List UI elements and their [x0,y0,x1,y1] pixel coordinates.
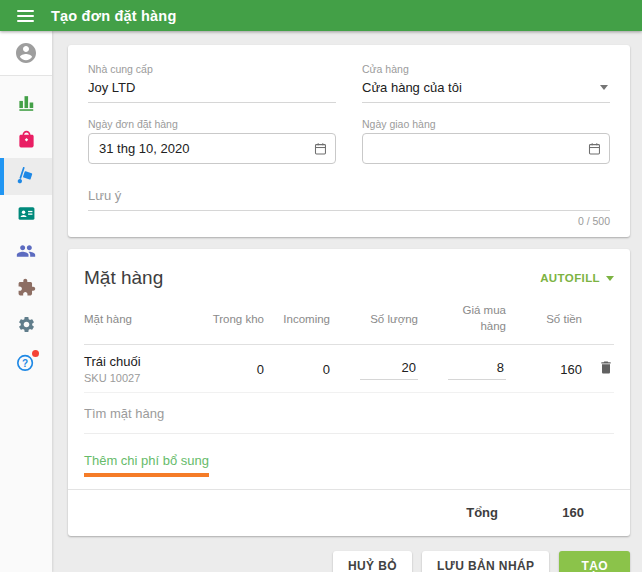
people-icon [16,241,36,261]
main-content: Nhà cung cấp Cửa hàng Cửa hàng của tôi N… [52,31,642,572]
add-extra-cost-link[interactable]: Thêm chi phí bổ sung [84,453,209,477]
items-section-title: Mặt hàng [84,267,163,289]
sidebar-item-account[interactable] [0,31,52,76]
calendar-icon[interactable] [313,141,328,157]
column-header-amount: Số tiền [506,313,582,325]
delivery-date-label: Ngày giao hàng [362,118,610,130]
note-input[interactable] [88,186,610,211]
chevron-down-icon [600,85,608,90]
contact-card-icon [17,204,36,223]
item-name: Trái chuối [84,354,198,369]
order-date-field: Ngày đơn đặt hàng [88,118,336,164]
item-sku: SKU 10027 [84,372,198,384]
store-select[interactable]: Cửa hàng của tôi [362,78,610,103]
cancel-button[interactable]: HUỶ BỎ [333,551,412,572]
quantity-input[interactable] [360,359,418,380]
sidebar-item-reports[interactable] [0,84,52,121]
order-date-input[interactable] [99,141,313,156]
avatar-icon [14,41,38,65]
column-header-item: Mặt hàng [84,313,198,325]
puzzle-icon [17,278,36,297]
order-date-label: Ngày đơn đặt hàng [88,118,336,130]
supplier-label: Nhà cung cấp [88,63,336,75]
incoming-value: 0 [264,362,330,377]
store-label: Cửa hàng [362,63,610,75]
sidebar-item-contacts[interactable] [0,195,52,232]
sidebar-item-settings[interactable] [0,306,52,343]
create-button[interactable]: TẠO [559,551,630,572]
app-header: Tạo đơn đặt hàng [0,0,642,31]
total-label: Tổng [466,505,498,520]
char-counter: 0 / 500 [88,215,610,227]
amount-value: 160 [506,362,582,377]
column-header-incoming: Incoming [264,313,330,325]
supplier-field: Nhà cung cấp [88,63,336,103]
order-form-card: Nhà cung cấp Cửa hàng Cửa hàng của tôi N… [68,45,630,237]
sidebar-item-help[interactable]: ? [0,343,52,380]
store-field: Cửa hàng Cửa hàng của tôi [362,63,610,103]
trash-icon [598,359,614,376]
item-row: Trái chuối SKU 10027 0 0 160 [84,345,614,393]
items-table-header: Mặt hàng Trong kho Incoming Số lượng Giá… [84,295,614,345]
total-row: Tổng 160 [84,490,614,536]
in-stock-value: 0 [198,362,264,377]
menu-icon[interactable] [17,10,34,22]
sidebar-item-employees[interactable] [0,232,52,269]
column-header-purchase-price: Giá mua hàng [418,303,506,334]
store-selected-value: Cửa hàng của tôi [362,80,462,95]
save-draft-button[interactable]: LƯU BẢN NHÁP [422,551,549,572]
bar-chart-icon [17,93,36,112]
gear-icon [17,315,36,334]
sidebar: ? [0,31,52,572]
delivery-date-input[interactable] [373,141,587,156]
calendar-icon[interactable] [587,141,602,157]
purchase-price-input[interactable] [448,359,506,380]
action-bar: HUỶ BỎ LƯU BẢN NHÁP TẠO [68,551,630,572]
note-field: 0 / 500 [88,186,610,227]
supplier-input[interactable] [88,78,336,103]
page-title: Tạo đơn đặt hàng [51,8,176,24]
sidebar-item-purchase-orders[interactable] [0,158,52,195]
delete-item-button[interactable] [598,359,614,379]
item-search-input[interactable] [84,404,614,434]
sidebar-item-sales[interactable] [0,121,52,158]
sidebar-item-integrations[interactable] [0,269,52,306]
hand-truck-icon [16,167,36,187]
delivery-date-field: Ngày giao hàng [362,118,610,164]
svg-text:?: ? [22,357,28,368]
total-value: 160 [498,505,584,520]
basket-icon [17,130,36,149]
notification-dot [32,350,39,357]
items-card: Mặt hàng AUTOFILL Mặt hàng Trong kho Inc… [68,249,630,536]
column-header-in-stock: Trong kho [198,313,264,325]
autofill-button[interactable]: AUTOFILL [540,272,614,284]
chevron-down-icon [606,276,614,281]
column-header-quantity: Số lượng [330,313,418,325]
